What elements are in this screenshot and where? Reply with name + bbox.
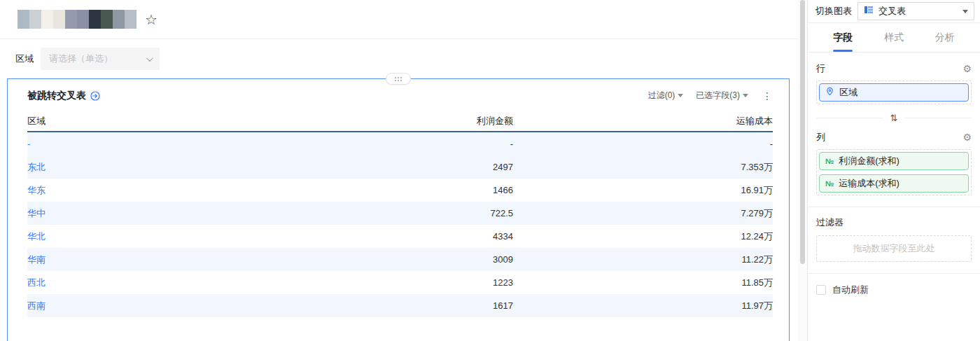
jump-link-icon[interactable] — [90, 91, 100, 101]
table-row: 东北 2497 7.353万 — [27, 155, 773, 179]
filters-dropzone-placeholder: 拖动数据字段至此处 — [853, 242, 935, 255]
chart-switch-row: 切换图表 交叉表 — [808, 0, 980, 23]
rows-section-header: 行 ⚙ — [816, 62, 972, 75]
table-header-row: 区域 利润金额 运输成本 — [27, 111, 773, 132]
table-row: 华南 3009 11.22万 — [27, 248, 773, 271]
gear-icon[interactable]: ⚙ — [962, 132, 972, 142]
region-cell[interactable]: 西北 — [27, 277, 258, 289]
selected-fields-label: 已选字段(3) — [696, 90, 740, 102]
filter-placeholder: 请选择（单选） — [49, 53, 146, 65]
profit-cell: 2497 — [258, 162, 513, 172]
field-chip-region[interactable]: 区域 — [819, 83, 969, 102]
field-chip-cost[interactable]: № 运输成本(求和) — [819, 174, 969, 193]
region-cell[interactable]: 东北 — [27, 161, 258, 174]
profit-cell: 1223 — [258, 277, 513, 288]
region-cell[interactable]: 华东 — [27, 184, 258, 197]
divider — [808, 273, 980, 274]
profit-cell: 1466 — [258, 185, 513, 195]
profit-cell: 4334 — [258, 231, 513, 242]
redacted-block — [29, 10, 41, 29]
caret-down-icon — [962, 10, 968, 13]
favorite-star-icon[interactable]: ☆ — [145, 13, 158, 27]
chart-title: 被跳转交叉表 — [27, 90, 86, 102]
cost-cell: 11.97万 — [513, 300, 773, 312]
tab-style[interactable]: 样式 — [881, 23, 906, 52]
region-cell[interactable]: 华南 — [27, 253, 258, 266]
chevron-down-icon — [146, 55, 153, 62]
cross-table-card[interactable]: 被跳转交叉表 过滤(0) 已选字段(3) ⋮ — [7, 78, 790, 341]
measure-icon: № — [825, 157, 834, 165]
scrollbar-thumb[interactable] — [800, 0, 805, 264]
selected-fields-dropdown[interactable]: 已选字段(3) — [696, 90, 748, 102]
profit-cell: 722.5 — [258, 208, 513, 218]
divider — [808, 207, 980, 207]
tab-fields[interactable]: 字段 — [830, 23, 855, 52]
cost-cell: 11.85万 — [513, 277, 773, 289]
scrollbar-track[interactable] — [798, 0, 807, 341]
profit-cell: - — [258, 139, 513, 149]
filter-count-label: 过滤(0) — [648, 90, 676, 102]
divider — [904, 118, 972, 118]
chart-type-select[interactable]: 交叉表 — [858, 2, 974, 20]
region-cell[interactable]: 华中 — [27, 207, 258, 220]
profit-cell: 1617 — [258, 300, 513, 311]
redacted-block — [101, 10, 113, 29]
drag-dots-icon — [395, 77, 402, 81]
redacted-title — [18, 10, 136, 29]
region-cell[interactable]: 华北 — [27, 230, 258, 243]
columns-dropzone[interactable]: № 利润金额(求和) № 运输成本(求和) — [816, 149, 972, 195]
caret-down-icon — [678, 94, 683, 97]
region-cell[interactable]: 西南 — [27, 300, 258, 312]
auto-refresh-checkbox[interactable] — [816, 285, 826, 295]
auto-refresh-row[interactable]: 自动刷新 — [816, 284, 972, 296]
gear-icon[interactable]: ⚙ — [962, 64, 972, 74]
config-panel: 切换图表 交叉表 字段 样式 分析 行 — [807, 0, 980, 341]
filter-count-dropdown[interactable]: 过滤(0) — [648, 90, 684, 102]
region-cell[interactable]: - — [27, 139, 258, 149]
auto-refresh-label: 自动刷新 — [832, 284, 869, 296]
tab-analysis[interactable]: 分析 — [932, 23, 958, 52]
profit-cell: 3009 — [258, 254, 513, 265]
cost-cell: 16.91万 — [513, 184, 773, 197]
redacted-block — [41, 10, 53, 29]
panel-tabs: 字段 样式 分析 — [808, 23, 980, 53]
redacted-block — [18, 10, 29, 29]
table-row: 华北 4334 12.24万 — [27, 225, 773, 248]
more-menu-icon[interactable]: ⋮ — [761, 90, 774, 102]
location-pin-icon — [825, 87, 834, 98]
redacted-block — [77, 10, 89, 29]
redacted-block — [113, 10, 125, 29]
drag-handle[interactable] — [386, 73, 411, 85]
table-row: 华中 722.5 7.279万 — [27, 202, 773, 225]
table-row: - - - — [27, 132, 773, 155]
swap-row: ⇅ — [816, 113, 972, 123]
cost-cell: - — [513, 139, 773, 149]
panel-body: 行 ⚙ 区域 ⇅ — [808, 53, 980, 296]
column-header-cost: 运输成本 — [513, 115, 773, 127]
columns-section-label: 列 — [816, 131, 825, 144]
redacted-block — [53, 10, 65, 29]
table-row: 西北 1223 11.85万 — [27, 271, 773, 294]
column-header-profit: 利润金额 — [258, 115, 513, 127]
redacted-block — [125, 10, 136, 29]
region-filter-select[interactable]: 请选择（单选） — [41, 48, 160, 70]
filters-dropzone[interactable]: 拖动数据字段至此处 — [816, 235, 972, 262]
columns-section-header: 列 ⚙ — [816, 131, 972, 144]
cost-cell: 7.353万 — [513, 161, 773, 174]
redacted-block — [65, 10, 77, 29]
field-chip-profit[interactable]: № 利润金额(求和) — [819, 152, 969, 170]
cost-cell: 7.279万 — [513, 207, 773, 220]
cross-table-icon — [864, 5, 874, 18]
measure-icon: № — [825, 179, 834, 188]
cost-cell: 11.22万 — [513, 253, 773, 266]
dashboard-editor: ☆ 区域 请选择（单选） 被跳转交叉表 过滤(0) — [0, 0, 980, 341]
field-chip-label: 利润金额(求和) — [839, 155, 899, 167]
field-chip-label: 区域 — [839, 86, 858, 99]
top-bar: ☆ — [0, 0, 808, 39]
swap-rows-columns-icon[interactable]: ⇅ — [890, 113, 898, 123]
table-row: 西南 1617 11.97万 — [27, 294, 773, 317]
redacted-block — [89, 10, 101, 29]
divider — [816, 118, 883, 118]
rows-dropzone[interactable]: 区域 — [816, 81, 972, 104]
rows-section-label: 行 — [816, 62, 825, 75]
